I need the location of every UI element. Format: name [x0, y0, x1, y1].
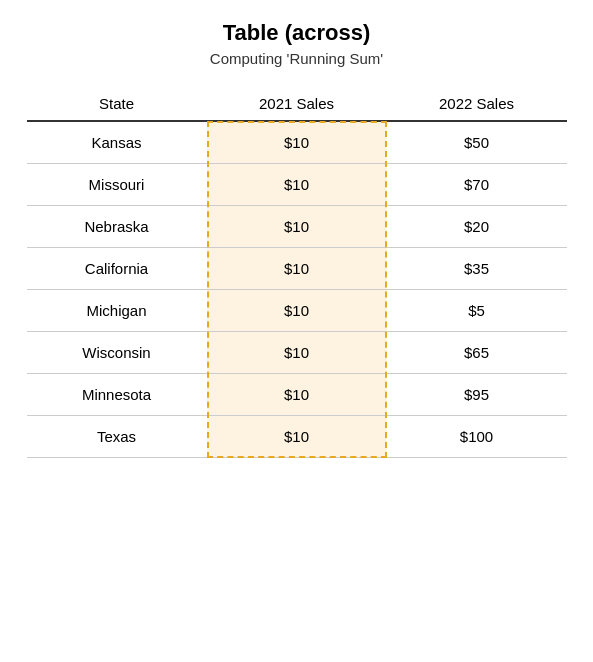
- table-row: Kansas$10$50: [27, 121, 567, 164]
- cell-state: California: [27, 248, 207, 290]
- data-table: State 2021 Sales 2022 Sales Kansas$10$50…: [27, 87, 567, 458]
- table-row: Texas$10$100: [27, 416, 567, 458]
- cell-state: Minnesota: [27, 374, 207, 416]
- cell-2021-sales: $10: [207, 164, 387, 206]
- cell-2022-sales: $20: [387, 206, 567, 248]
- cell-state: Kansas: [27, 121, 207, 164]
- page-title: Table (across): [27, 20, 567, 46]
- cell-2021-sales: $10: [207, 206, 387, 248]
- cell-2021-sales: $10: [207, 374, 387, 416]
- table-wrapper: State 2021 Sales 2022 Sales Kansas$10$50…: [27, 87, 567, 458]
- page-container: Table (across) Computing 'Running Sum' S…: [27, 20, 567, 458]
- cell-2022-sales: $65: [387, 332, 567, 374]
- cell-state: Wisconsin: [27, 332, 207, 374]
- cell-2022-sales: $70: [387, 164, 567, 206]
- table-row: Wisconsin$10$65: [27, 332, 567, 374]
- table-row: Missouri$10$70: [27, 164, 567, 206]
- cell-state: Texas: [27, 416, 207, 458]
- cell-2022-sales: $100: [387, 416, 567, 458]
- table-row: California$10$35: [27, 248, 567, 290]
- col-2022-header: 2022 Sales: [387, 87, 567, 121]
- col-2021-header: 2021 Sales: [207, 87, 387, 121]
- cell-2022-sales: $5: [387, 290, 567, 332]
- cell-2021-sales: $10: [207, 121, 387, 164]
- cell-2021-sales: $10: [207, 332, 387, 374]
- page-subtitle: Computing 'Running Sum': [27, 50, 567, 67]
- cell-state: Missouri: [27, 164, 207, 206]
- table-body: Kansas$10$50Missouri$10$70Nebraska$10$20…: [27, 121, 567, 458]
- cell-2022-sales: $35: [387, 248, 567, 290]
- cell-2022-sales: $95: [387, 374, 567, 416]
- table-row: Minnesota$10$95: [27, 374, 567, 416]
- col-state-header: State: [27, 87, 207, 121]
- cell-2022-sales: $50: [387, 121, 567, 164]
- table-header-row: State 2021 Sales 2022 Sales: [27, 87, 567, 121]
- table-row: Michigan$10$5: [27, 290, 567, 332]
- cell-state: Nebraska: [27, 206, 207, 248]
- cell-2021-sales: $10: [207, 290, 387, 332]
- cell-2021-sales: $10: [207, 248, 387, 290]
- cell-2021-sales: $10: [207, 416, 387, 458]
- table-row: Nebraska$10$20: [27, 206, 567, 248]
- cell-state: Michigan: [27, 290, 207, 332]
